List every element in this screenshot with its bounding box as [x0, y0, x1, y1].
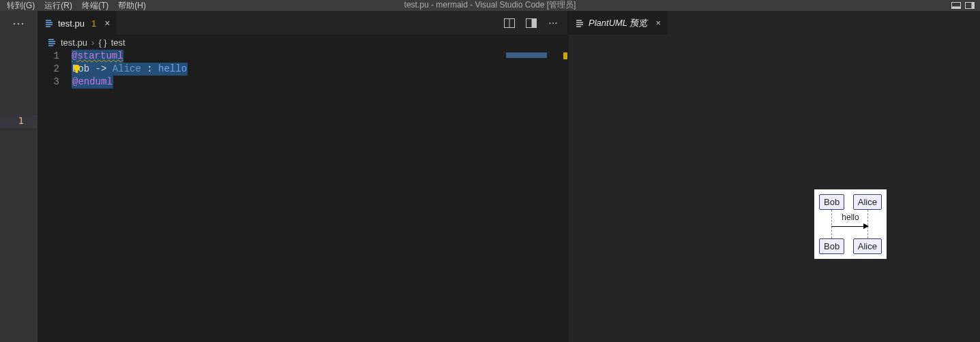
breadcrumb-separator: › [91, 37, 94, 48]
line-number: 3 [38, 76, 59, 89]
svg-rect-17 [76, 71, 78, 73]
plantuml-diagram: Bob Alice hello Bob Alice [815, 190, 886, 258]
tab-filename: test.pu [58, 18, 85, 29]
activity-overflow-icon[interactable]: ··· [12, 16, 25, 31]
menu-bar: 转到(G) 运行(R) 终端(T) 帮助(H) [0, 0, 150, 11]
tab-close-icon[interactable]: × [104, 18, 110, 28]
code-content[interactable]: @startuml Bob -> Alice : hello @enduml [72, 50, 567, 342]
diagram-actor-a-top: Bob [819, 194, 844, 210]
tab-problems-badge: 1 [91, 18, 96, 29]
breadcrumb[interactable]: test.pu › { } test [38, 35, 567, 50]
preview-tab-bar: PlantUML 预览 × [568, 11, 980, 35]
file-icon [44, 18, 54, 28]
code-token-directive: @enduml [72, 76, 113, 89]
svg-rect-11 [532, 18, 537, 27]
editor-tab-bar: test.pu 1 × ··· [38, 11, 567, 35]
breadcrumb-symbol[interactable]: test [111, 37, 125, 48]
preview-tab-close-icon[interactable]: × [655, 18, 661, 28]
svg-rect-1 [952, 7, 961, 9]
code-token: Bob -> Alice : hello [72, 63, 188, 76]
preview-body[interactable]: Bob Alice hello Bob Alice [568, 35, 980, 342]
toggle-sidebar-icon[interactable] [965, 1, 975, 10]
menu-help[interactable]: 帮助(H) [114, 0, 150, 11]
tab-plantuml-preview[interactable]: PlantUML 预览 × [568, 11, 668, 35]
preview-icon [575, 18, 584, 28]
code-token-directive: @startuml [72, 50, 123, 63]
minimap[interactable] [506, 50, 567, 342]
lightbulb-icon[interactable] [72, 63, 82, 75]
line-number: 1 [38, 50, 59, 63]
editor-actions: ··· [502, 11, 567, 35]
line-number-gutter: 1 2 3 [38, 50, 72, 342]
breadcrumb-file-icon [47, 37, 57, 47]
symbol-namespace-icon: { } [98, 37, 106, 48]
preview-tab-title: PlantUML 预览 [589, 17, 647, 29]
title-bar: 转到(G) 运行(R) 终端(T) 帮助(H) test.pu - mermai… [0, 0, 980, 11]
window-title: test.pu - mermaid - Visual Studio Code [… [404, 0, 576, 11]
split-editor-right-icon[interactable] [502, 16, 517, 31]
menu-term[interactable]: 终端(T) [78, 0, 113, 11]
minimap-warning-marker [563, 52, 567, 59]
main-area: ··· 1 test.pu 1 × ··· [0, 11, 980, 342]
tab-test-pu[interactable]: test.pu 1 × [38, 11, 117, 35]
diagram-arrow-icon [831, 226, 868, 227]
diagram-actor-b-top: Alice [853, 194, 882, 210]
activity-bar: ··· [0, 11, 38, 342]
menu-goto[interactable]: 转到(G) [3, 0, 39, 11]
line-number: 2 [38, 63, 59, 76]
svg-point-16 [74, 65, 80, 71]
diagram-message-label: hello [819, 213, 882, 222]
search-hit-line[interactable]: 1 [0, 115, 38, 128]
editor-more-icon[interactable]: ··· [546, 16, 561, 31]
minimap-selection [506, 52, 547, 58]
diagram-actor-a-bottom: Bob [819, 238, 844, 254]
preview-group: PlantUML 预览 × Bob Alice hello Bob Alice [568, 11, 980, 342]
split-editor-icon[interactable] [524, 16, 539, 31]
breadcrumb-file[interactable]: test.pu [61, 37, 87, 48]
menu-run[interactable]: 运行(R) [40, 0, 76, 11]
editor-group: test.pu 1 × ··· test.pu › { } test [38, 11, 568, 342]
diagram-actor-b-bottom: Alice [853, 238, 882, 254]
svg-rect-3 [972, 3, 975, 9]
code-editor[interactable]: 1 2 3 @startuml Bob -> Alice : hello @en… [38, 50, 567, 342]
window-layout-icons [951, 1, 980, 10]
toggle-panel-icon[interactable] [951, 1, 961, 10]
